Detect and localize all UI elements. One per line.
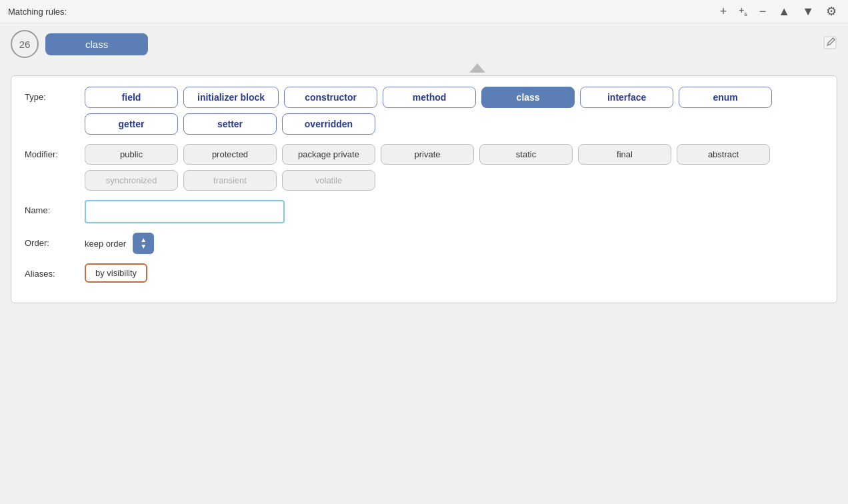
order-label: Order: <box>25 233 78 248</box>
modifier-buttons-grid: public protected package private private… <box>85 144 823 191</box>
type-btn-overridden[interactable]: overridden <box>282 113 375 135</box>
type-btn-field[interactable]: field <box>85 87 178 108</box>
modifier-label: Modifier: <box>25 144 78 159</box>
main-panel: Type: field initializer block constructo… <box>11 75 837 303</box>
aliases-tag[interactable]: by visibility <box>85 263 147 283</box>
rule-number: 26 <box>11 30 39 58</box>
svg-rect-0 <box>824 37 836 49</box>
name-label: Name: <box>25 200 78 215</box>
name-input[interactable] <box>85 200 285 223</box>
move-up-button[interactable]: ▲ <box>775 4 793 19</box>
add-small-button[interactable]: +s <box>735 4 751 19</box>
modifier-btn-private[interactable]: private <box>381 144 474 165</box>
modifier-btn-static[interactable]: static <box>479 144 573 165</box>
modifier-row: Modifier: public protected package priva… <box>25 144 823 191</box>
type-btn-getter[interactable]: getter <box>85 113 178 135</box>
settings-button[interactable]: ⚙ <box>823 4 840 19</box>
order-spinner-button[interactable]: ▲ ▼ <box>133 233 154 254</box>
move-down-button[interactable]: ▼ <box>799 4 817 19</box>
type-row: Type: field initializer block constructo… <box>25 87 823 135</box>
order-row: Order: keep order ▲ ▼ <box>25 233 823 254</box>
arrow-connector <box>11 63 837 73</box>
arrow-up-icon <box>469 63 485 73</box>
aliases-row: Aliases: by visibility <box>25 263 823 283</box>
content-area: 26 class Type: field initializer block <box>0 23 848 504</box>
aliases-label: Aliases: <box>25 263 78 279</box>
modifier-btn-protected[interactable]: protected <box>183 144 277 165</box>
type-btn-method[interactable]: method <box>383 87 476 108</box>
edit-button[interactable] <box>823 35 837 53</box>
toolbar-title: Matching rules: <box>8 7 711 17</box>
spinner-arrows-icon: ▲ ▼ <box>140 237 147 250</box>
rule-class-button[interactable]: class <box>45 33 148 55</box>
toolbar: Matching rules: + +s − ▲ ▼ ⚙ <box>0 0 848 23</box>
type-btn-class[interactable]: class <box>481 87 575 108</box>
order-controls: keep order ▲ ▼ <box>85 233 154 254</box>
modifier-btn-public[interactable]: public <box>85 144 178 165</box>
type-btn-enum[interactable]: enum <box>679 87 772 108</box>
modifier-btn-synchronized[interactable]: synchronized <box>85 170 178 191</box>
name-row: Name: <box>25 200 823 223</box>
remove-button[interactable]: − <box>756 4 770 19</box>
modifier-btn-transient[interactable]: transient <box>183 170 277 191</box>
modifier-btn-volatile[interactable]: volatile <box>282 170 375 191</box>
add-button[interactable]: + <box>717 4 731 19</box>
modifier-btn-package-private[interactable]: package private <box>282 144 375 165</box>
type-btn-initializer-block[interactable]: initializer block <box>183 87 279 108</box>
rule-row: 26 class <box>11 30 837 58</box>
type-buttons-grid: field initializer block constructor meth… <box>85 87 823 135</box>
type-btn-interface[interactable]: interface <box>580 87 673 108</box>
type-btn-constructor[interactable]: constructor <box>284 87 377 108</box>
modifier-btn-final[interactable]: final <box>578 144 671 165</box>
modifier-btn-abstract[interactable]: abstract <box>677 144 770 165</box>
type-label: Type: <box>25 87 78 102</box>
order-value: keep order <box>85 239 126 249</box>
app-window: Matching rules: + +s − ▲ ▼ ⚙ 26 class <box>0 0 848 504</box>
type-btn-setter[interactable]: setter <box>183 113 277 135</box>
